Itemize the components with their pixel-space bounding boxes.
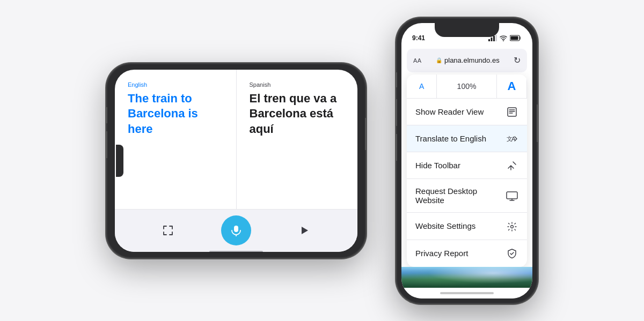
menu-item-show-reader-view[interactable]: Show Reader View <box>407 99 527 125</box>
svg-rect-1 <box>488 39 490 41</box>
font-size-label[interactable]: AA <box>413 57 422 64</box>
home-indicator <box>209 251 263 253</box>
address-bar[interactable]: AA 🔒 plana.elmundo.es ↻ <box>407 49 527 72</box>
translated-text-spanish: El tren que va a Barcelona está aquí <box>250 91 345 137</box>
volume-down-button <box>395 134 397 161</box>
menu-label-show-reader-view: Show Reader View <box>415 107 484 116</box>
menu-item-request-desktop[interactable]: Request Desktop Website <box>407 179 527 213</box>
menu-label-request-desktop: Request Desktop Website <box>415 186 506 205</box>
menu-label-privacy-report: Privacy Report <box>415 249 468 258</box>
lang-label-spanish: Spanish <box>250 81 345 88</box>
mute-button <box>395 72 397 87</box>
translate-icon: 文 A <box>506 133 518 144</box>
translated-text-english: The train to Barcelona is here <box>128 91 223 137</box>
lang-label-english: English <box>128 81 223 88</box>
expand-button[interactable] <box>158 221 178 240</box>
font-size-row: A 100% A <box>407 74 527 99</box>
screen-portrait: 9:41 <box>401 23 532 298</box>
notch <box>435 23 499 37</box>
svg-rect-8 <box>508 108 516 116</box>
wifi-icon <box>500 35 507 41</box>
volume-up-button <box>395 99 397 126</box>
reload-button[interactable]: ↻ <box>514 55 521 65</box>
svg-rect-11 <box>507 192 517 199</box>
font-percent-display: 100% <box>437 74 497 98</box>
translate-content: English The train to Barcelona is here S… <box>115 70 357 209</box>
translate-panel-english: English The train to Barcelona is here <box>115 70 237 209</box>
lock-icon: 🔒 <box>436 57 442 63</box>
menu-label-website-settings: Website Settings <box>415 221 475 230</box>
svg-rect-7 <box>511 36 518 40</box>
desktop-icon <box>506 190 518 201</box>
settings-icon <box>506 220 518 232</box>
screen-landscape: English The train to Barcelona is here S… <box>115 70 357 252</box>
url-text: plana.elmundo.es <box>444 56 500 64</box>
side-button-right <box>365 118 367 150</box>
phone-portrait: 9:41 <box>397 19 537 303</box>
url-display: 🔒 plana.elmundo.es <box>436 56 500 64</box>
svg-rect-2 <box>491 38 493 41</box>
hide-toolbar-icon <box>506 160 518 171</box>
microphone-button[interactable] <box>221 215 251 245</box>
svg-point-12 <box>511 225 514 228</box>
menu-item-translate[interactable]: Translate to English 文 A <box>407 125 527 152</box>
play-button[interactable] <box>295 221 314 240</box>
svg-rect-3 <box>493 36 495 41</box>
home-indicator-bar <box>440 292 494 294</box>
menu-label-hide-toolbar: Hide Toolbar <box>415 161 460 170</box>
notch-left <box>116 145 123 177</box>
privacy-icon <box>506 248 518 259</box>
menu-popup: A 100% A Show Reader View <box>407 74 527 267</box>
phone-landscape: English The train to Barcelona is here S… <box>107 64 365 257</box>
status-time: 9:41 <box>412 34 425 42</box>
svg-point-5 <box>503 40 504 41</box>
home-indicator <box>401 288 532 298</box>
menu-item-hide-toolbar[interactable]: Hide Toolbar <box>407 152 527 179</box>
svg-rect-0 <box>234 226 238 232</box>
battery-icon <box>510 35 522 41</box>
font-increase-button[interactable]: A <box>497 74 527 98</box>
svg-rect-4 <box>495 35 497 41</box>
translate-bottom-bar <box>115 209 357 252</box>
menu-label-translate: Translate to English <box>415 134 486 143</box>
translate-panel-spanish: Spanish El tren que va a Barcelona está … <box>237 70 358 209</box>
background-image <box>401 267 532 288</box>
menu-item-website-settings[interactable]: Website Settings <box>407 213 527 240</box>
reader-view-icon <box>506 106 518 117</box>
menu-item-privacy-report[interactable]: Privacy Report <box>407 240 527 267</box>
svg-text:A: A <box>511 136 516 142</box>
font-decrease-button[interactable]: A <box>407 74 437 98</box>
power-button <box>537 104 539 142</box>
